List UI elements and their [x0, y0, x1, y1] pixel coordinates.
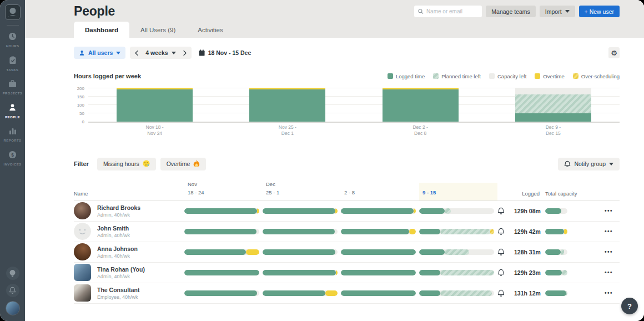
week-bar-1[interactable] — [184, 270, 259, 275]
week-bar-3[interactable] — [341, 229, 416, 234]
clock-icon — [8, 32, 17, 43]
column-header-week-1[interactable]: Nov18 - 24 — [184, 183, 263, 200]
column-header-week-2[interactable]: Dec25 - 1 — [263, 183, 341, 200]
sidebar-item-tasks[interactable]: TASKS — [0, 52, 25, 76]
chart-segment-logged — [383, 89, 459, 122]
filter-chips: Missing hoursOvertime — [97, 158, 206, 170]
week-bar-2[interactable] — [263, 249, 338, 255]
sidebar-item-label: PROJECTS — [3, 92, 23, 95]
import-button[interactable]: Import — [540, 6, 575, 17]
current-user-avatar[interactable] — [6, 301, 20, 315]
row-menu-button[interactable]: ••• — [567, 208, 620, 214]
week-bar-3[interactable] — [341, 208, 416, 214]
sidebar-item-invoices[interactable]: $INVOICES — [0, 146, 25, 170]
filter-chip-overtime[interactable]: Overtime — [160, 158, 207, 170]
tab-bar: DashboardAll Users (9)Activities — [74, 22, 234, 38]
bar-segment-planned — [440, 290, 492, 296]
filter-chip-missing-hours[interactable]: Missing hours — [97, 158, 156, 170]
row-menu-button[interactable]: ••• — [567, 269, 620, 275]
bar-segment-logged — [545, 229, 564, 234]
week-cell-3 — [341, 208, 419, 214]
help-button[interactable]: ? — [621, 298, 638, 314]
week-bar-3[interactable] — [341, 270, 416, 275]
notify-group-button[interactable]: Notify group — [558, 158, 620, 170]
week-bar-2[interactable] — [263, 208, 338, 214]
sidebar-item-hours[interactable]: HOURS — [0, 28, 25, 52]
week-bar-4[interactable] — [419, 270, 494, 275]
user-filter-dropdown[interactable]: All users — [74, 47, 125, 59]
table-row-tina-rohan-you[interactable]: Tina Rohan (You)Admin, 40h/wk129h 23m••• — [74, 263, 620, 283]
tab-activities[interactable]: Activities — [187, 22, 234, 38]
table-row-anna-johnson[interactable]: Anna JohnsonAdmin, 40h/wk128h 31m••• — [74, 242, 620, 263]
bar-segment-planned — [445, 249, 470, 255]
row-menu-button[interactable]: ••• — [567, 290, 620, 296]
logged-value: 128h 31m — [514, 249, 540, 255]
notify-user-button[interactable] — [497, 207, 514, 215]
week-bar-1[interactable] — [184, 208, 259, 214]
week-bar-1[interactable] — [184, 249, 259, 255]
column-header-week-3[interactable]: 2 - 8 — [341, 183, 419, 200]
sidebar: HOURSTASKSPROJECTSPEOPLEREPORTS$INVOICES — [0, 0, 25, 321]
user-cell: Tina Rohan (You)Admin, 40h/wk — [74, 264, 184, 281]
sidebar-item-projects[interactable]: PROJECTS — [0, 76, 25, 99]
tab-dashboard[interactable]: Dashboard — [74, 22, 129, 38]
week-bar-1[interactable] — [184, 229, 259, 234]
table-row-richard-brooks[interactable]: Richard BrooksAdmin, 40h/wk129h 08m••• — [74, 201, 620, 222]
next-range-button[interactable] — [178, 47, 192, 59]
range-length-dropdown[interactable]: 4 weeks — [143, 49, 178, 56]
notify-user-button[interactable] — [497, 289, 514, 297]
week-bar-2[interactable] — [263, 229, 338, 234]
legend-label: Capacity left — [497, 73, 526, 79]
feedback-balloon-button[interactable] — [6, 267, 19, 280]
sidebar-item-label: REPORTS — [4, 139, 22, 142]
prev-range-button[interactable] — [130, 47, 143, 59]
week-bar-2[interactable] — [263, 290, 338, 296]
week-bar-4[interactable] — [419, 249, 494, 255]
notify-user-button[interactable] — [497, 248, 514, 256]
row-menu-button[interactable]: ••• — [567, 249, 620, 255]
table-row-the-consultant[interactable]: The ConsultantEmployee, 40h/wk131h 12m••… — [74, 283, 620, 304]
capacity-cell — [540, 270, 567, 275]
settings-gear-button[interactable]: ⚙ — [608, 47, 620, 58]
bar-segment-planned — [562, 270, 567, 275]
user-name: Richard Brooks — [97, 204, 140, 211]
week-bar-4[interactable] — [419, 290, 494, 296]
week-bar-1[interactable] — [184, 290, 259, 296]
y-tick-label: 0 — [82, 119, 84, 124]
table-row-john-smith[interactable]: John SmithAdmin, 40h/wk129h 42m••• — [74, 222, 620, 242]
sidebar-item-reports[interactable]: REPORTS — [0, 123, 25, 146]
column-header-week-4[interactable]: 9 - 15 — [419, 183, 497, 200]
legend-swatch-overscheduling — [573, 73, 578, 79]
company-logo[interactable] — [5, 4, 21, 20]
search-input-wrap — [414, 6, 482, 17]
bar-segment-logged — [545, 290, 566, 296]
week-bar-3[interactable] — [341, 290, 416, 296]
week-cell-1 — [184, 229, 263, 234]
tab-all-users-9[interactable]: All Users (9) — [129, 22, 187, 38]
manage-teams-button[interactable]: Manage teams — [486, 6, 535, 17]
page-header: People Manage teams Import + New user Da… — [25, 0, 644, 38]
search-input[interactable] — [426, 8, 478, 14]
row-menu-button[interactable]: ••• — [567, 228, 620, 234]
week-bar-4[interactable] — [419, 229, 494, 234]
notify-user-button[interactable] — [497, 228, 514, 235]
notify-user-button[interactable] — [497, 269, 514, 277]
chevron-left-icon — [135, 51, 138, 56]
bar-segment-logged — [184, 270, 259, 275]
date-range-display[interactable]: 18 Nov - 15 Dec — [199, 49, 251, 56]
chart-bar-slot — [487, 87, 620, 122]
week-bar-4[interactable] — [419, 208, 494, 214]
new-user-button[interactable]: + New user — [579, 6, 620, 17]
sidebar-item-people[interactable]: PEOPLE — [0, 99, 25, 123]
total-capacity-bar — [545, 290, 567, 296]
chevron-down-icon — [565, 10, 570, 13]
total-capacity-bar — [545, 270, 567, 275]
bar-segment-logged — [341, 290, 416, 296]
total-capacity-bar — [545, 249, 567, 255]
week-cell-4 — [419, 208, 497, 214]
bar-segment-logged — [419, 249, 445, 255]
week-cell-4 — [419, 229, 497, 234]
week-bar-2[interactable] — [263, 270, 338, 275]
notifications-button[interactable] — [6, 284, 19, 297]
week-bar-3[interactable] — [341, 249, 416, 255]
